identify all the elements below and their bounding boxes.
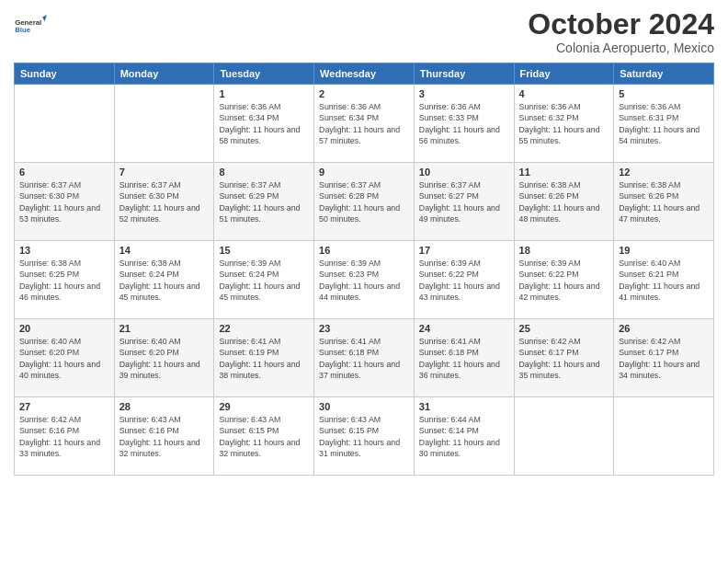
logo: General Blue — [14, 9, 47, 42]
logo-svg: General Blue — [14, 9, 47, 42]
day-info: Sunrise: 6:36 AMSunset: 6:34 PMDaylight:… — [319, 101, 409, 146]
day-number: 3 — [419, 88, 509, 99]
day-info: Sunrise: 6:36 AMSunset: 6:31 PMDaylight:… — [619, 101, 709, 146]
day-info: Sunrise: 6:38 AMSunset: 6:26 PMDaylight:… — [619, 179, 709, 224]
table-cell: 7Sunrise: 6:37 AMSunset: 6:30 PMDaylight… — [114, 163, 214, 241]
table-cell: 24Sunrise: 6:41 AMSunset: 6:18 PMDayligh… — [414, 319, 514, 397]
weekday-header-tuesday: Tuesday — [214, 63, 314, 85]
day-number: 2 — [319, 88, 409, 99]
table-cell: 8Sunrise: 6:37 AMSunset: 6:29 PMDaylight… — [214, 163, 314, 241]
table-cell — [614, 397, 714, 476]
weekday-header-saturday: Saturday — [614, 63, 714, 85]
day-info: Sunrise: 6:39 AMSunset: 6:22 PMDaylight:… — [519, 258, 609, 303]
weekday-header-monday: Monday — [114, 63, 214, 85]
week-row-0: 1Sunrise: 6:36 AMSunset: 6:34 PMDaylight… — [15, 85, 714, 163]
day-number: 4 — [519, 88, 609, 99]
day-number: 14 — [119, 245, 210, 256]
table-cell: 4Sunrise: 6:36 AMSunset: 6:32 PMDaylight… — [514, 85, 614, 163]
day-number: 1 — [219, 88, 309, 99]
day-number: 15 — [219, 245, 309, 256]
day-info: Sunrise: 6:40 AMSunset: 6:21 PMDaylight:… — [619, 258, 709, 303]
week-row-4: 27Sunrise: 6:42 AMSunset: 6:16 PMDayligh… — [15, 397, 714, 476]
table-cell: 12Sunrise: 6:38 AMSunset: 6:26 PMDayligh… — [614, 163, 714, 241]
day-number: 5 — [619, 88, 709, 99]
table-cell: 21Sunrise: 6:40 AMSunset: 6:20 PMDayligh… — [114, 319, 214, 397]
week-row-3: 20Sunrise: 6:40 AMSunset: 6:20 PMDayligh… — [15, 319, 714, 397]
day-number: 25 — [519, 323, 609, 334]
day-number: 27 — [19, 401, 109, 412]
day-info: Sunrise: 6:41 AMSunset: 6:18 PMDaylight:… — [419, 336, 509, 381]
day-info: Sunrise: 6:40 AMSunset: 6:20 PMDaylight:… — [19, 336, 109, 381]
day-info: Sunrise: 6:41 AMSunset: 6:19 PMDaylight:… — [219, 336, 309, 381]
day-info: Sunrise: 6:37 AMSunset: 6:30 PMDaylight:… — [119, 179, 210, 224]
table-cell — [114, 85, 214, 163]
day-number: 6 — [19, 167, 109, 178]
day-number: 11 — [519, 167, 609, 178]
day-number: 21 — [119, 323, 210, 334]
day-number: 12 — [619, 167, 709, 178]
day-number: 16 — [319, 245, 409, 256]
week-row-2: 13Sunrise: 6:38 AMSunset: 6:25 PMDayligh… — [15, 241, 714, 319]
day-number: 28 — [119, 401, 210, 412]
table-cell: 18Sunrise: 6:39 AMSunset: 6:22 PMDayligh… — [514, 241, 614, 319]
day-number: 18 — [519, 245, 609, 256]
day-number: 20 — [19, 323, 109, 334]
day-info: Sunrise: 6:42 AMSunset: 6:16 PMDaylight:… — [19, 414, 109, 459]
day-info: Sunrise: 6:37 AMSunset: 6:27 PMDaylight:… — [419, 179, 509, 224]
table-cell: 14Sunrise: 6:38 AMSunset: 6:24 PMDayligh… — [114, 241, 214, 319]
table-cell: 15Sunrise: 6:39 AMSunset: 6:24 PMDayligh… — [214, 241, 314, 319]
day-info: Sunrise: 6:40 AMSunset: 6:20 PMDaylight:… — [119, 336, 210, 381]
day-info: Sunrise: 6:41 AMSunset: 6:18 PMDaylight:… — [319, 336, 409, 381]
week-row-1: 6Sunrise: 6:37 AMSunset: 6:30 PMDaylight… — [15, 163, 714, 241]
table-cell: 9Sunrise: 6:37 AMSunset: 6:28 PMDaylight… — [314, 163, 415, 241]
day-info: Sunrise: 6:37 AMSunset: 6:28 PMDaylight:… — [319, 179, 409, 224]
table-cell: 26Sunrise: 6:42 AMSunset: 6:17 PMDayligh… — [614, 319, 714, 397]
weekday-header-row: SundayMondayTuesdayWednesdayThursdayFrid… — [15, 63, 714, 85]
table-cell: 6Sunrise: 6:37 AMSunset: 6:30 PMDaylight… — [15, 163, 115, 241]
day-info: Sunrise: 6:37 AMSunset: 6:29 PMDaylight:… — [219, 179, 309, 224]
day-number: 24 — [419, 323, 509, 334]
weekday-header-friday: Friday — [514, 63, 614, 85]
table-cell: 13Sunrise: 6:38 AMSunset: 6:25 PMDayligh… — [15, 241, 115, 319]
day-info: Sunrise: 6:36 AMSunset: 6:34 PMDaylight:… — [219, 101, 309, 146]
table-cell: 19Sunrise: 6:40 AMSunset: 6:21 PMDayligh… — [614, 241, 714, 319]
table-cell: 30Sunrise: 6:43 AMSunset: 6:15 PMDayligh… — [314, 397, 415, 476]
table-cell: 2Sunrise: 6:36 AMSunset: 6:34 PMDaylight… — [314, 85, 415, 163]
table-cell: 28Sunrise: 6:43 AMSunset: 6:16 PMDayligh… — [114, 397, 214, 476]
table-cell: 5Sunrise: 6:36 AMSunset: 6:31 PMDaylight… — [614, 85, 714, 163]
day-info: Sunrise: 6:36 AMSunset: 6:32 PMDaylight:… — [519, 101, 609, 146]
day-info: Sunrise: 6:38 AMSunset: 6:25 PMDaylight:… — [19, 258, 109, 303]
day-info: Sunrise: 6:38 AMSunset: 6:26 PMDaylight:… — [519, 179, 609, 224]
table-cell: 11Sunrise: 6:38 AMSunset: 6:26 PMDayligh… — [514, 163, 614, 241]
table-cell: 1Sunrise: 6:36 AMSunset: 6:34 PMDaylight… — [214, 85, 314, 163]
day-info: Sunrise: 6:38 AMSunset: 6:24 PMDaylight:… — [119, 258, 210, 303]
day-info: Sunrise: 6:39 AMSunset: 6:23 PMDaylight:… — [319, 258, 409, 303]
month-title: October 2024 — [528, 9, 714, 39]
day-number: 10 — [419, 167, 509, 178]
day-info: Sunrise: 6:43 AMSunset: 6:15 PMDaylight:… — [319, 414, 409, 459]
day-number: 13 — [19, 245, 109, 256]
day-number: 17 — [419, 245, 509, 256]
table-cell: 22Sunrise: 6:41 AMSunset: 6:19 PMDayligh… — [214, 319, 314, 397]
location: Colonia Aeropuerto, Mexico — [528, 40, 714, 55]
header: General Blue October 2024 Colonia Aeropu… — [14, 9, 714, 55]
page: General Blue October 2024 Colonia Aeropu… — [0, 0, 728, 563]
svg-text:Blue: Blue — [15, 26, 31, 34]
table-cell: 23Sunrise: 6:41 AMSunset: 6:18 PMDayligh… — [314, 319, 415, 397]
table-cell: 20Sunrise: 6:40 AMSunset: 6:20 PMDayligh… — [15, 319, 115, 397]
table-cell: 31Sunrise: 6:44 AMSunset: 6:14 PMDayligh… — [414, 397, 514, 476]
day-number: 26 — [619, 323, 709, 334]
day-number: 8 — [219, 167, 309, 178]
day-info: Sunrise: 6:43 AMSunset: 6:16 PMDaylight:… — [119, 414, 210, 459]
day-info: Sunrise: 6:43 AMSunset: 6:15 PMDaylight:… — [219, 414, 309, 459]
table-cell: 10Sunrise: 6:37 AMSunset: 6:27 PMDayligh… — [414, 163, 514, 241]
title-block: October 2024 Colonia Aeropuerto, Mexico — [528, 9, 714, 55]
day-info: Sunrise: 6:39 AMSunset: 6:24 PMDaylight:… — [219, 258, 309, 303]
day-number: 9 — [319, 167, 409, 178]
weekday-header-sunday: Sunday — [15, 63, 115, 85]
day-number: 29 — [219, 401, 309, 412]
table-cell — [15, 85, 115, 163]
calendar: SundayMondayTuesdayWednesdayThursdayFrid… — [14, 63, 714, 476]
day-info: Sunrise: 6:42 AMSunset: 6:17 PMDaylight:… — [519, 336, 609, 381]
weekday-header-thursday: Thursday — [414, 63, 514, 85]
